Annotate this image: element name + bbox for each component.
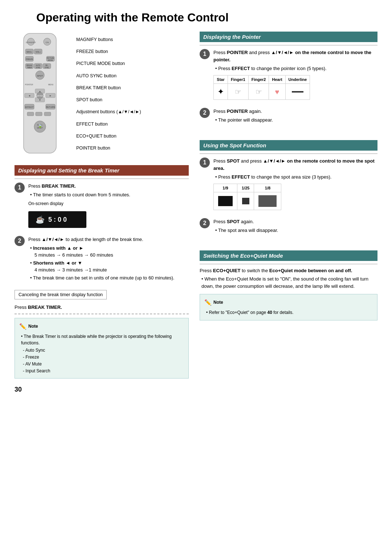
increases-detail: 5 minutes → 6 minutes → 60 minutes	[30, 252, 189, 259]
break-timer-step2: 2 Press ▲/▼/◄/► to adjust the length of …	[15, 236, 189, 282]
timer-icon: ☕	[36, 214, 45, 225]
svg-rect-42	[36, 112, 42, 116]
svg-rect-41	[27, 112, 34, 116]
label-adjustment: Adjustment buttons (▲/▼/◄/►)	[76, 108, 189, 115]
eco-note-icon: ✏️	[204, 298, 212, 307]
spot-step-num-2: 2	[200, 218, 210, 228]
eco-quiet-section: Switching the Eco+Quiet Mode Press ECO+Q…	[200, 250, 377, 320]
spot-step2: 2 Press SPOT again. The spot area will d…	[200, 218, 377, 234]
pointer-section: Displaying the Pointer 1 Press POINTER a…	[200, 32, 377, 129]
step-num-2: 2	[15, 236, 25, 246]
label-break-timer: BREAK TIMER button	[76, 84, 189, 91]
page-title: Operating with the Remote Control	[36, 11, 377, 24]
label-pointer: POINTER button	[76, 144, 189, 152]
spot-step2-content: Press SPOT again. The spot area will dis…	[213, 218, 377, 234]
svg-text:RETURN: RETURN	[46, 106, 55, 108]
eco-quiet-note-text: Refer to "Eco+Quiet" on page 40 for deta…	[206, 309, 373, 316]
spot-section-header: Using the Spot Function	[200, 140, 377, 151]
svg-text:►: ►	[49, 94, 52, 97]
pointer-step-num-2: 2	[200, 108, 210, 118]
remote-labels: MAGNIFY buttons FREEZE button PICTURE MO…	[76, 32, 189, 156]
cancel-instruction: Press BREAK TIMER.	[15, 304, 189, 310]
spot-step-num-1: 1	[200, 158, 210, 168]
break-timer-section: Displaying and Setting the Break Timer 1…	[15, 165, 189, 379]
pointer-step1: 1 Press POINTER and press ▲/▼/◄/► on the…	[200, 49, 377, 103]
spot-step1: 1 Press SPOT and press ▲/▼/◄/► on the re…	[200, 158, 377, 213]
svg-text:FREEZE: FREEZE	[26, 58, 33, 60]
label-effect: EFFECT button	[76, 120, 189, 128]
eco-quiet-section-header: Switching the Eco+Quiet Mode	[200, 250, 377, 261]
svg-text:VOL+: VOL+	[36, 51, 41, 53]
note-bullets: The Break Timer is not available while t…	[19, 333, 184, 346]
note-bullet-1: The Break Timer is not available while t…	[21, 333, 184, 346]
spot-sizes-table: 1/91/251/8	[213, 184, 281, 210]
label-magnify: MAGNIFY buttons	[76, 36, 189, 43]
step2-content: Press ▲/▼/◄/► to adjust the length of th…	[28, 236, 189, 282]
shortens-detail: 4 minutes → 3 minutes →1 minute	[30, 266, 189, 274]
note-dash-autosync: Auto Sync	[23, 347, 184, 354]
svg-text:PICTURE: PICTURE	[47, 57, 54, 59]
pointer-step2-content: Press POINTER again. The pointer will di…	[213, 108, 377, 124]
note-icon: ✏️	[19, 322, 26, 331]
note-box: ✏️ Note The Break Timer is not available…	[15, 318, 189, 379]
eco-quiet-note-title: ✏️ Note	[204, 298, 373, 307]
label-spot: SPOT button	[76, 96, 189, 103]
break-timer-step1: 1 Press BREAK TIMER. The timer starts to…	[15, 183, 189, 231]
spot-disappear: The spot area will disappear.	[215, 227, 377, 234]
label-freeze: FREEZE button	[76, 48, 189, 55]
svg-text:RE-: RE-	[45, 65, 48, 66]
timer-text: 5 : 0 0	[48, 215, 67, 225]
note-title: ✏️ Note	[19, 322, 184, 331]
label-auto-sync: AUTO SYNC button	[76, 72, 189, 79]
eco-quiet-bullets: When the Eco+Quiet Mode is set to "ON", …	[200, 275, 377, 290]
svg-text:SYNC: SYNC	[36, 67, 41, 69]
step1-bullet1: The timer starts to count down from 5 mi…	[30, 191, 189, 199]
pointer-effect-note: Press EFFECT to change the pointer icon …	[215, 65, 377, 72]
svg-text:AUTO: AUTO	[36, 65, 41, 66]
spot-step1-content: Press SPOT and press ▲/▼/◄/► on the remo…	[213, 158, 377, 213]
label-eco-quiet: ECO+QUIET button	[76, 132, 189, 140]
pointer-types-table: StarFinger1Finger2HeartUnderline ✦ ☞ ☞ ♥	[213, 75, 310, 100]
eco-quiet-main: Press ECO+QUIET to switch the Eco+Quiet …	[200, 268, 377, 273]
svg-text:ENTER: ENTER	[37, 95, 43, 97]
pointer-disappear: The pointer will disappear.	[215, 116, 377, 124]
spot-section: Using the Spot Function 1 Press SPOT and…	[200, 140, 377, 240]
svg-rect-43	[44, 112, 51, 116]
unit-note: The break time can be set in units of on…	[30, 274, 189, 282]
note-dash-list: Auto Sync Freeze AV Mute Input Search	[19, 347, 184, 375]
svg-text:EFFECT: EFFECT	[25, 106, 34, 108]
pointer-section-header: Displaying the Pointer	[200, 32, 377, 42]
note-dash-inputsearch: Input Search	[23, 368, 184, 375]
spot-effect-note: Press EFFECT to change the spot area siz…	[215, 173, 377, 181]
svg-text:MAG+: MAG+	[26, 51, 32, 53]
timer-display: ☕ 5 : 0 0	[28, 211, 86, 228]
remote-image: STANDBY ON MAG+ VOL+ FREEZE PICTURE MODE	[15, 32, 73, 156]
label-picture-mode: PICTURE MODE button	[76, 60, 189, 67]
svg-text:MENU: MENU	[48, 83, 54, 86]
increases-bullet: Increases with ▲ or ► 5 minutes → 6 minu…	[30, 245, 189, 259]
eco-quiet-note: ✏️ Note Refer to "Eco+Quiet" on page 40 …	[200, 294, 377, 320]
pointer-step1-content: Press POINTER and press ▲/▼/◄/► on the r…	[213, 49, 377, 103]
svg-text:POINTER: POINTER	[25, 83, 33, 86]
page-number: 30	[15, 386, 189, 393]
shortens-bullet: Shortens with ◄ or ▼ 4 minutes → 3 minut…	[30, 259, 189, 274]
step-num-1: 1	[15, 183, 25, 193]
pointer-step-num-1: 1	[200, 49, 210, 59]
svg-text:SPOT: SPOT	[37, 75, 43, 77]
note-dash-freeze: Freeze	[23, 354, 184, 361]
eco-quiet-sub: When the Eco+Quiet Mode is set to "ON", …	[201, 275, 377, 290]
svg-text:STANDBY: STANDBY	[26, 41, 36, 44]
svg-text:🍃: 🍃	[38, 123, 42, 128]
svg-text:▼: ▼	[39, 99, 41, 101]
svg-text:ON: ON	[46, 41, 49, 44]
remote-diagram: STANDBY ON MAG+ VOL+ FREEZE PICTURE MODE	[15, 32, 189, 156]
svg-text:SYNC: SYNC	[45, 67, 49, 69]
step1-content: Press BREAK TIMER. The timer starts to c…	[28, 183, 189, 231]
cancel-box: Canceling the break timer display functi…	[15, 290, 107, 299]
svg-text:◄: ◄	[28, 94, 31, 97]
svg-text:MODE: MODE	[48, 60, 53, 61]
svg-text:BREAK: BREAK	[26, 65, 32, 66]
break-timer-header: Displaying and Setting the Break Timer	[15, 165, 189, 176]
note-dash-avmute: AV Mute	[23, 361, 184, 368]
pointer-step2: 2 Press POINTER again. The pointer will …	[200, 108, 377, 124]
